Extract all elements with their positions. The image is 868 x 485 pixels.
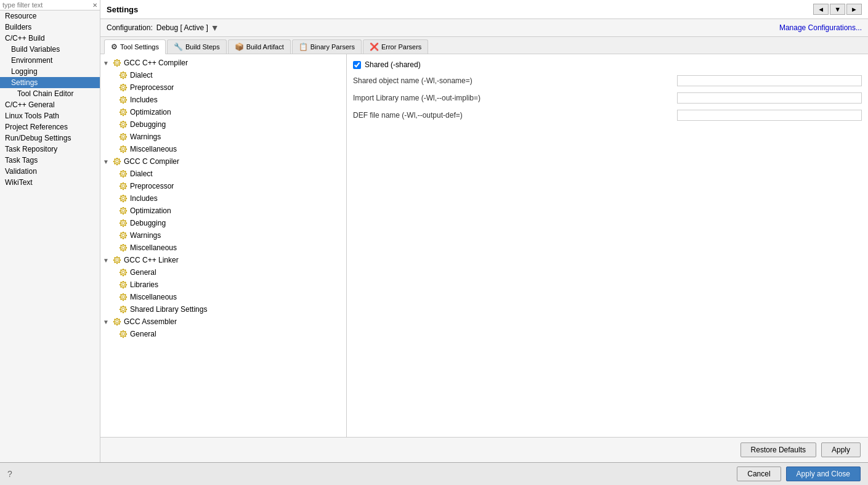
cancel-button[interactable]: Cancel [737, 467, 781, 481]
sidebar-item-builders[interactable]: Builders [0, 22, 100, 33]
nav-back-button[interactable]: ◄ [813, 4, 829, 15]
sidebar-item-rundebug-settings[interactable]: Run/Debug Settings [0, 132, 100, 144]
tree-label-5: Debugging [130, 120, 166, 129]
settings-header: Settings ◄ ▼ ► [100, 0, 868, 19]
config-dropdown-icon[interactable]: ▼ [211, 23, 219, 33]
field-label-0: Shared object name (-Wl,-soname=) [353, 76, 677, 85]
sidebar-item-environment[interactable]: Environment [0, 55, 100, 66]
tree-item-10[interactable]: Preprocessor [100, 180, 346, 192]
tree-gear-icon-6 [118, 132, 129, 142]
settings-panel: Shared (-shared)Shared object name (-Wl,… [347, 54, 868, 437]
sidebar-item-linux-tools-path[interactable]: Linux Tools Path [0, 110, 100, 121]
tab-icon-0: ⚙ [111, 43, 118, 51]
tab-error-parsers[interactable]: ❌Error Parsers [363, 39, 428, 54]
sidebar-item-project-references[interactable]: Project References [0, 121, 100, 132]
svg-point-41 [122, 222, 124, 224]
tree-item-15[interactable]: Miscellaneous [100, 242, 346, 254]
svg-point-17 [122, 123, 124, 126]
tab-icon-4: ❌ [370, 43, 379, 51]
tree-item-16[interactable]: ▼GCC C++ Linker [100, 254, 346, 266]
apply-button[interactable]: Apply [821, 442, 861, 457]
sidebar-item-task-tags[interactable]: Task Tags [0, 155, 100, 166]
tab-icon-3: 📋 [299, 43, 308, 51]
tree-label-1: Dialect [130, 71, 153, 79]
tab-icon-1: 🔧 [174, 43, 183, 51]
tree-item-17[interactable]: General [100, 266, 346, 279]
tree-gear-icon-21 [112, 317, 123, 327]
sidebar: ✕ ResourceBuildersC/C++ BuildBuild Varia… [0, 0, 100, 462]
tree-item-12[interactable]: Optimization [100, 205, 346, 217]
tab-build-steps[interactable]: 🔧Build Steps [167, 39, 227, 54]
shared-row: Shared (-shared) [353, 60, 862, 69]
tree-item-3[interactable]: Includes [100, 94, 346, 106]
tree-expand-21: ▼ [103, 319, 112, 325]
sidebar-item-cc-build[interactable]: C/C++ Build [0, 33, 100, 44]
tree-label-0: GCC C++ Compiler [124, 59, 188, 67]
tree-label-14: Warnings [130, 231, 161, 240]
nav-arrows: ◄ ▼ ► [813, 4, 862, 15]
tab-label-1: Build Steps [185, 43, 220, 51]
shared-checkbox[interactable] [353, 61, 361, 69]
tree-item-14[interactable]: Warnings [100, 229, 346, 242]
tree-gear-icon-20 [118, 304, 129, 314]
filter-clear-icon[interactable]: ✕ [92, 2, 97, 9]
field-label-2: DEF file name (-Wl,--output-def=) [353, 111, 677, 120]
help-icon[interactable]: ? [7, 469, 12, 479]
apply-close-button[interactable]: Apply and Close [786, 467, 861, 481]
tree-item-20[interactable]: Shared Library Settings [100, 303, 346, 316]
tab-icon-2: 📦 [235, 43, 244, 51]
field-input-1[interactable] [677, 92, 862, 104]
svg-point-11 [122, 99, 124, 101]
field-input-0[interactable] [677, 75, 862, 86]
tree-item-8[interactable]: ▼GCC C Compiler [100, 155, 346, 168]
tree-gear-icon-19 [118, 292, 129, 302]
nav-down-button[interactable]: ▼ [830, 4, 845, 15]
svg-point-56 [122, 283, 124, 286]
sidebar-item-settings[interactable]: Settings [0, 77, 100, 88]
tree-item-21[interactable]: ▼GCC Assembler [100, 316, 346, 328]
tree-item-7[interactable]: Miscellaneous [100, 143, 346, 155]
tree-item-0[interactable]: ▼GCC C++ Compiler [100, 57, 346, 69]
svg-point-8 [122, 86, 124, 89]
tree-item-4[interactable]: Optimization [100, 106, 346, 118]
sidebar-item-build-variables[interactable]: Build Variables [0, 44, 100, 55]
nav-forward-button[interactable]: ► [846, 4, 862, 15]
sidebar-item-validation[interactable]: Validation [0, 166, 100, 177]
tree-item-6[interactable]: Warnings [100, 131, 346, 143]
field-input-2[interactable] [677, 110, 862, 121]
filter-input[interactable] [2, 1, 92, 9]
sidebar-item-tool-chain-editor[interactable]: Tool Chain Editor [0, 88, 100, 99]
manage-configurations-link[interactable]: Manage Configurations... [779, 23, 862, 32]
tree-label-11: Includes [130, 194, 158, 203]
sidebar-item-cc-general[interactable]: C/C++ General [0, 99, 100, 110]
tree-label-9: Dialect [130, 169, 153, 178]
restore-defaults-button[interactable]: Restore Defaults [740, 442, 816, 457]
tree-gear-icon-5 [118, 120, 129, 129]
svg-point-59 [122, 296, 124, 298]
config-label: Configuration: [107, 23, 153, 32]
tree-item-18[interactable]: Libraries [100, 279, 346, 291]
tree-item-13[interactable]: Debugging [100, 217, 346, 229]
svg-point-65 [116, 320, 118, 323]
sidebar-item-task-repository[interactable]: Task Repository [0, 144, 100, 155]
sidebar-item-wikitext[interactable]: WikiText [0, 177, 100, 188]
tree-item-2[interactable]: Preprocessor [100, 81, 346, 94]
sidebar-item-logging[interactable]: Logging [0, 66, 100, 77]
tab-build-artifact[interactable]: 📦Build Artifact [228, 39, 291, 54]
tree-item-22[interactable]: General [100, 328, 346, 340]
svg-point-50 [116, 259, 118, 261]
tree-gear-icon-14 [118, 230, 129, 240]
tree-item-9[interactable]: Dialect [100, 168, 346, 180]
tree-item-5[interactable]: Debugging [100, 118, 346, 131]
tree-item-19[interactable]: Miscellaneous [100, 291, 346, 303]
tree-item-1[interactable]: Dialect [100, 69, 346, 81]
sidebar-item-resource[interactable]: Resource [0, 10, 100, 22]
tree-label-2: Preprocessor [130, 83, 174, 92]
svg-point-32 [122, 185, 124, 187]
tree-label-6: Warnings [130, 132, 161, 141]
tree-item-11[interactable]: Includes [100, 192, 346, 205]
tab-binary-parsers[interactable]: 📋Binary Parsers [292, 39, 362, 54]
tree-gear-icon-10 [118, 181, 129, 191]
tree-label-15: Miscellaneous [130, 243, 177, 252]
tab-tool-settings[interactable]: ⚙Tool Settings [104, 39, 166, 54]
